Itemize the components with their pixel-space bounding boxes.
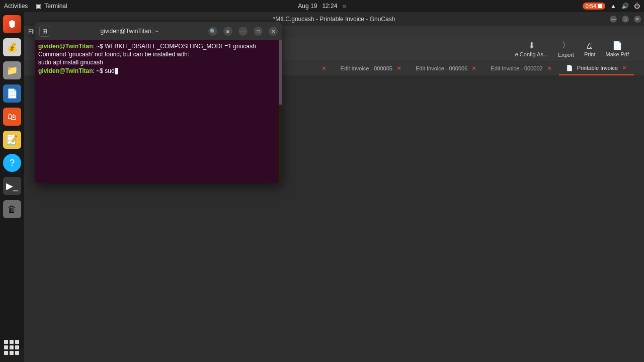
menu-button[interactable]: ≡ [223, 27, 232, 36]
save-config-label: e Config As... [515, 51, 548, 57]
prompt-user: gividen@TwinTitan [38, 43, 93, 50]
terminal-close[interactable]: ✕ [269, 27, 278, 36]
dock-gnucash[interactable]: 💰 [3, 38, 21, 56]
make-pdf-button[interactable]: 📄 Make Pdf [606, 41, 629, 57]
topbar-date: Aug 19 [298, 3, 317, 10]
export-label: Export [558, 52, 574, 58]
dock-help[interactable]: ? [3, 154, 21, 172]
terminal-body[interactable]: gividen@TwinTitan: ~$ WEBKIT_DISABLE_COM… [35, 40, 282, 183]
terminal-window: ⊞ gividen@TwinTitan: ~ 🔍 ≡ — □ ✕ gividen… [35, 22, 282, 183]
prompt-command: : ~$ WEBKIT_DISABLE_COMPOSITING_MODE=1 g… [93, 43, 256, 50]
terminal-line: gividen@TwinTitan: ~$ WEBKIT_DISABLE_COM… [38, 42, 279, 50]
close-icon[interactable]: ✕ [321, 65, 327, 72]
save-config-as-button[interactable]: ⬇ e Config As... [515, 41, 548, 57]
tab-label: Edit Invoice - 000006 [416, 65, 467, 71]
topbar-app[interactable]: ▣ Terminal [36, 3, 67, 10]
recorder-time: 0:54 [586, 3, 596, 9]
tab-label: Edit Invoice - 000002 [491, 65, 542, 71]
dock-software[interactable]: 🛍 [3, 108, 21, 126]
document-icon: 📄 [566, 65, 573, 71]
pdf-icon: 📄 [612, 41, 622, 50]
export-button[interactable]: 〉 Export [558, 40, 574, 58]
tab-invoice-000006[interactable]: Edit Invoice - 000006 ✕ [409, 61, 484, 75]
close-icon[interactable]: ✕ [471, 65, 476, 72]
activities-button[interactable]: Activities [4, 3, 28, 10]
dock-notes[interactable]: 📝 [3, 131, 21, 149]
print-label: Print [584, 51, 596, 57]
new-tab-button[interactable]: ⊞ [39, 26, 50, 37]
save-icon: ⬇ [528, 41, 535, 50]
terminal-line: Command 'gnucash' not found, but can be … [38, 50, 279, 58]
network-icon[interactable]: ▲ [610, 3, 616, 10]
terminal-minimize[interactable]: — [238, 27, 248, 36]
scrollbar-thumb[interactable] [279, 40, 282, 105]
close-icon[interactable]: ✕ [396, 65, 401, 72]
stop-icon [598, 4, 602, 8]
cursor [115, 68, 118, 74]
close-icon[interactable]: ✕ [547, 65, 552, 72]
prompt-command: : ~$ sud [93, 67, 115, 74]
tab-invoice-000002[interactable]: Edit Invoice - 000002 ✕ [484, 61, 558, 75]
topbar-time: 12:24 [322, 3, 337, 10]
gnucash-title: *MILC.gnucash - Printable Invoice - GnuC… [273, 16, 395, 23]
volume-icon[interactable]: 🔊 [621, 3, 629, 10]
desktop-top-bar: Activities ▣ Terminal Aug 19 12:24 ○ 0:5… [0, 0, 644, 12]
dock-brave[interactable] [3, 15, 21, 33]
prompt-user: gividen@TwinTitan [38, 67, 93, 74]
terminal-line: sudo apt install gnucash [38, 58, 279, 66]
dock: 💰 📁 📄 🛍 📝 ? ▶_ 🗑 [0, 12, 24, 349]
close-button[interactable]: ✕ [634, 16, 641, 23]
terminal-line: gividen@TwinTitan: ~$ sud [38, 67, 279, 75]
print-button[interactable]: 🖨 Print [584, 41, 596, 57]
make-pdf-label: Make Pdf [606, 51, 629, 57]
close-icon[interactable]: ✕ [622, 64, 627, 71]
tab-partial-close[interactable]: ✕ [314, 61, 334, 75]
minimize-button[interactable]: — [610, 16, 617, 23]
tab-printable-invoice[interactable]: 📄 Printable Invoice ✕ [559, 61, 634, 75]
search-button[interactable]: 🔍 [208, 27, 217, 36]
print-icon: 🖨 [586, 41, 594, 50]
tab-label: Printable Invoice [577, 65, 618, 71]
dock-terminal[interactable]: ▶_ [3, 177, 21, 195]
dock-libreoffice[interactable]: 📄 [3, 84, 21, 103]
tab-label: Edit Invoice - 000005 [341, 65, 392, 71]
topbar-clock[interactable]: Aug 19 12:24 ○ [298, 3, 346, 10]
notification-icon: ○ [342, 3, 346, 10]
terminal-maximize[interactable]: □ [254, 27, 263, 36]
dock-files[interactable]: 📁 [3, 61, 21, 79]
maximize-button[interactable]: □ [622, 16, 629, 23]
power-icon[interactable]: ⏻ [634, 3, 640, 10]
tab-invoice-000005[interactable]: Edit Invoice - 000005 ✕ [334, 61, 409, 75]
screen-recorder-badge[interactable]: 0:54 [583, 3, 605, 10]
terminal-scrollbar[interactable] [279, 40, 282, 183]
terminal-header: ⊞ gividen@TwinTitan: ~ 🔍 ≡ — □ ✕ [35, 22, 282, 40]
terminal-title: gividen@TwinTitan: ~ [50, 28, 208, 35]
dock-trash[interactable]: 🗑 [3, 200, 21, 218]
topbar-app-label: Terminal [44, 3, 67, 10]
terminal-icon: ▣ [36, 3, 41, 10]
show-applications[interactable] [4, 340, 20, 356]
export-icon: 〉 [562, 40, 570, 51]
